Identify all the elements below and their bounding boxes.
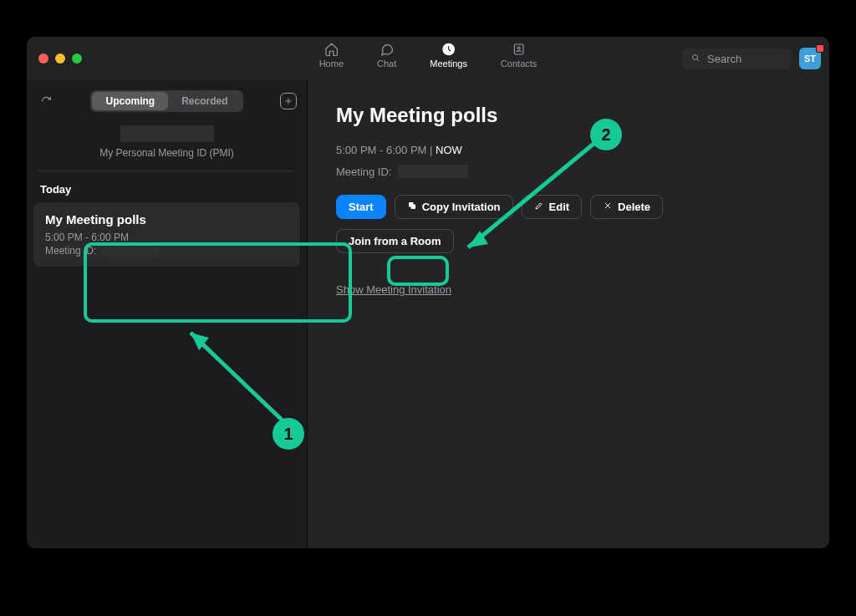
refresh-button[interactable]: [38, 94, 54, 109]
search-icon: [690, 53, 701, 65]
tab-home-label: Home: [319, 59, 344, 69]
tab-chat[interactable]: Chat: [377, 42, 396, 69]
tab-meetings[interactable]: Meetings: [430, 42, 467, 69]
svg-rect-5: [409, 202, 414, 207]
tab-home[interactable]: Home: [319, 42, 344, 69]
app-window: Home Chat Meetings: [27, 37, 829, 548]
meeting-time: 5:00 PM - 6:00 PM: [336, 144, 426, 156]
meeting-id-redacted: [398, 165, 468, 178]
meeting-id-label: Meeting ID:: [336, 165, 391, 178]
upcoming-recorded-segment: Upcoming Recorded: [90, 90, 242, 112]
edit-button[interactable]: Edit: [522, 195, 583, 219]
join-from-room-label: Join from a Room: [349, 235, 441, 247]
start-button-label: Start: [349, 201, 374, 213]
contacts-icon: [512, 42, 527, 57]
segment-recorded[interactable]: Recorded: [168, 92, 241, 110]
pmi-label: My Personal Meeting ID (PMI): [99, 147, 234, 159]
meeting-item-time: 5:00 PM - 6:00 PM: [45, 232, 288, 243]
add-meeting-button[interactable]: [280, 93, 297, 109]
avatar-initials: ST: [804, 53, 816, 64]
clock-icon: [441, 42, 456, 57]
top-nav: Home Chat Meetings: [319, 42, 538, 69]
close-window-button[interactable]: [38, 53, 48, 64]
segment-upcoming[interactable]: Upcoming: [92, 92, 168, 110]
svg-point-3: [693, 54, 698, 59]
window-controls: [38, 53, 82, 64]
copy-icon: [407, 201, 417, 213]
title-bar: Home Chat Meetings: [27, 37, 829, 80]
edit-button-label: Edit: [549, 201, 570, 213]
copy-invitation-label: Copy Invitation: [422, 201, 501, 213]
now-badge: NOW: [436, 144, 462, 156]
meeting-id-row: Meeting ID:: [336, 165, 801, 178]
fullscreen-window-button[interactable]: [72, 53, 82, 64]
meeting-item-id-label: Meeting ID:: [45, 245, 96, 257]
tab-contacts-label: Contacts: [501, 59, 537, 69]
start-button[interactable]: Start: [336, 195, 386, 219]
tab-chat-label: Chat: [377, 59, 396, 69]
pmi-id-redacted: [120, 125, 214, 142]
today-heading: Today: [27, 171, 307, 202]
chat-icon: [380, 42, 395, 57]
pmi-section[interactable]: My Personal Meeting ID (PMI): [38, 120, 295, 171]
delete-button-label: Delete: [618, 201, 650, 213]
meeting-detail-pane: My Meeting polls 5:00 PM - 6:00 PM | NOW…: [308, 80, 829, 548]
tab-meetings-label: Meetings: [430, 59, 467, 69]
copy-invitation-button[interactable]: Copy Invitation: [395, 195, 513, 219]
minimize-window-button[interactable]: [55, 53, 65, 64]
search-input[interactable]: Search: [682, 48, 791, 69]
meeting-item-id-redacted: [101, 245, 160, 257]
tab-contacts[interactable]: Contacts: [501, 42, 537, 69]
meeting-list-item[interactable]: My Meeting polls 5:00 PM - 6:00 PM Meeti…: [33, 202, 300, 267]
svg-point-2: [517, 47, 520, 49]
meetings-sidebar: Upcoming Recorded My Personal Meeting ID…: [27, 80, 308, 548]
pencil-icon: [534, 201, 544, 213]
meeting-actions: Start Copy Invitation Edit: [336, 195, 801, 219]
notification-indicator-icon: [816, 44, 824, 53]
time-separator: |: [430, 144, 436, 156]
meeting-item-id-row: Meeting ID:: [45, 245, 288, 257]
profile-avatar[interactable]: ST: [799, 48, 821, 69]
search-placeholder: Search: [707, 53, 741, 65]
show-invitation-link[interactable]: Show Meeting Invitation: [336, 283, 451, 296]
home-icon: [324, 42, 339, 57]
join-from-room-button[interactable]: Join from a Room: [336, 229, 454, 253]
meeting-time-row: 5:00 PM - 6:00 PM | NOW: [336, 144, 801, 156]
meeting-title: My Meeting polls: [336, 104, 801, 127]
meeting-item-title: My Meeting polls: [45, 212, 288, 227]
delete-button[interactable]: Delete: [590, 195, 663, 219]
x-icon: [603, 201, 613, 213]
